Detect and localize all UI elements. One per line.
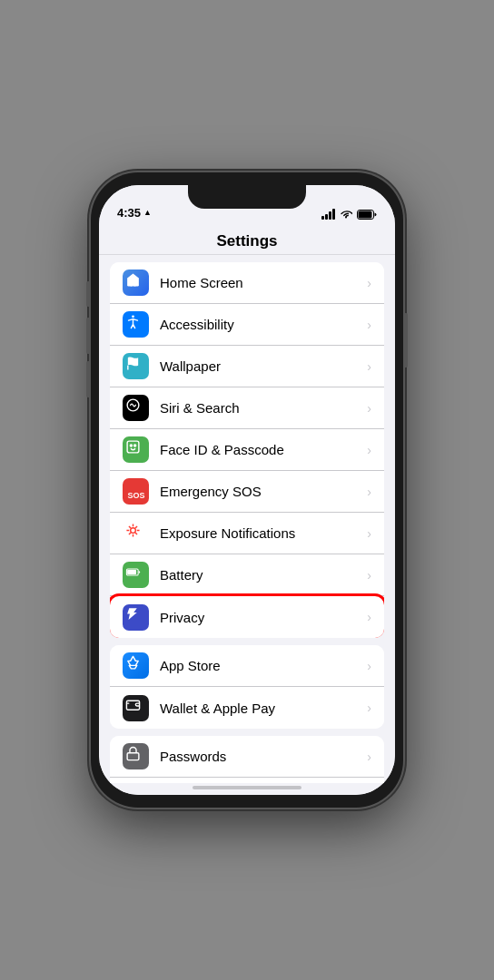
svg-point-3	[132, 315, 134, 318]
navigation-bar: Settings	[99, 225, 395, 255]
wallet-icon	[123, 695, 149, 721]
svg-line-15	[128, 525, 130, 527]
faceid-label: Face ID & Passcode	[160, 442, 367, 457]
exposure-chevron: ›	[367, 526, 371, 541]
app-store-icon	[123, 652, 149, 679]
privacy-icon	[123, 604, 149, 631]
setting-row-faceid[interactable]: Face ID & Passcode›	[110, 429, 384, 471]
wallet-label: Wallet & Apple Pay	[160, 701, 367, 716]
setting-row-siri-search[interactable]: Siri & Search›	[110, 387, 384, 429]
home-screen-chevron: ›	[367, 276, 371, 290]
battery-icon	[123, 562, 149, 588]
setting-row-wallpaper[interactable]: Wallpaper›	[110, 346, 384, 387]
battery-chevron: ›	[367, 568, 371, 583]
siri-search-chevron: ›	[367, 401, 371, 416]
screen-content: Settings Home Screen›Accessibility›Wallp…	[99, 225, 395, 795]
setting-row-app-store[interactable]: App Store›	[110, 645, 384, 687]
passwords-label: Passwords	[160, 749, 367, 764]
emergency-sos-chevron: ›	[367, 485, 371, 499]
emergency-sos-icon: SOS	[123, 478, 149, 505]
setting-row-exposure[interactable]: Exposure Notifications›	[110, 513, 384, 554]
settings-list[interactable]: Home Screen›Accessibility›Wallpaper›Siri…	[99, 255, 395, 783]
status-icons	[321, 209, 377, 220]
setting-row-home-screen[interactable]: Home Screen›	[110, 262, 384, 304]
signal-icon	[321, 209, 335, 220]
wallpaper-icon	[123, 353, 149, 379]
setting-row-battery[interactable]: Battery›	[110, 554, 384, 596]
volume-up-button	[86, 318, 90, 354]
wallet-chevron: ›	[367, 701, 371, 715]
notch	[188, 185, 306, 209]
siri-search-icon	[123, 395, 149, 421]
accessibility-label: Accessibility	[160, 317, 367, 332]
page-title: Settings	[216, 232, 277, 250]
svg-point-0	[345, 217, 347, 219]
app-store-chevron: ›	[367, 659, 371, 673]
phone-frame: 4:35 ▲	[91, 172, 403, 808]
faceid-chevron: ›	[367, 443, 371, 457]
setting-row-passwords[interactable]: Passwords›	[110, 736, 384, 778]
app-store-label: App Store	[160, 658, 367, 673]
location-icon: ▲	[143, 208, 152, 217]
status-time: 4:35 ▲	[117, 206, 152, 220]
setting-row-wallet[interactable]: Wallet & Apple Pay›	[110, 687, 384, 729]
home-indicator	[193, 786, 301, 789]
wifi-icon	[340, 210, 352, 219]
battery-icon	[357, 210, 377, 220]
mute-button	[86, 281, 90, 307]
setting-row-privacy[interactable]: Privacy›	[110, 596, 384, 638]
privacy-chevron: ›	[367, 610, 371, 624]
svg-rect-20	[127, 570, 136, 574]
faceid-icon	[123, 436, 149, 463]
siri-search-label: Siri & Search	[160, 400, 367, 416]
svg-rect-23	[127, 752, 139, 760]
svg-rect-2	[359, 211, 372, 218]
exposure-label: Exposure Notifications	[160, 525, 367, 541]
exposure-icon	[123, 520, 149, 546]
settings-section-section2: App Store›Wallet & Apple Pay›	[110, 645, 384, 729]
phone-screen: 4:35 ▲	[99, 185, 395, 795]
volume-down-button	[86, 361, 90, 397]
svg-text:SOS: SOS	[127, 491, 144, 500]
accessibility-chevron: ›	[367, 318, 371, 332]
privacy-label: Privacy	[160, 610, 367, 625]
power-button	[404, 313, 408, 368]
svg-point-10	[130, 527, 135, 533]
setting-row-mail[interactable]: Mail›	[110, 778, 384, 783]
settings-section-section1: Home Screen›Accessibility›Wallpaper›Siri…	[110, 262, 384, 638]
svg-point-7	[130, 445, 132, 446]
battery-label: Battery	[160, 567, 367, 583]
passwords-icon	[123, 743, 149, 769]
home-screen-label: Home Screen	[160, 275, 367, 290]
time-display: 4:35	[117, 206, 141, 220]
accessibility-icon	[123, 311, 149, 338]
passwords-chevron: ›	[367, 750, 371, 764]
settings-section-section3: Passwords›Mail›Contacts›Calendar›Notes›R…	[110, 736, 384, 783]
setting-row-accessibility[interactable]: Accessibility›	[110, 304, 384, 346]
emergency-sos-label: Emergency SOS	[160, 484, 367, 499]
svg-rect-6	[127, 441, 139, 453]
svg-line-16	[134, 532, 136, 534]
svg-line-17	[128, 532, 130, 534]
svg-point-8	[133, 445, 135, 446]
home-screen-icon	[123, 270, 149, 296]
svg-line-18	[134, 525, 136, 527]
wallpaper-label: Wallpaper	[160, 358, 367, 374]
wallpaper-chevron: ›	[367, 359, 371, 374]
setting-row-emergency-sos[interactable]: SOSEmergency SOS›	[110, 471, 384, 513]
